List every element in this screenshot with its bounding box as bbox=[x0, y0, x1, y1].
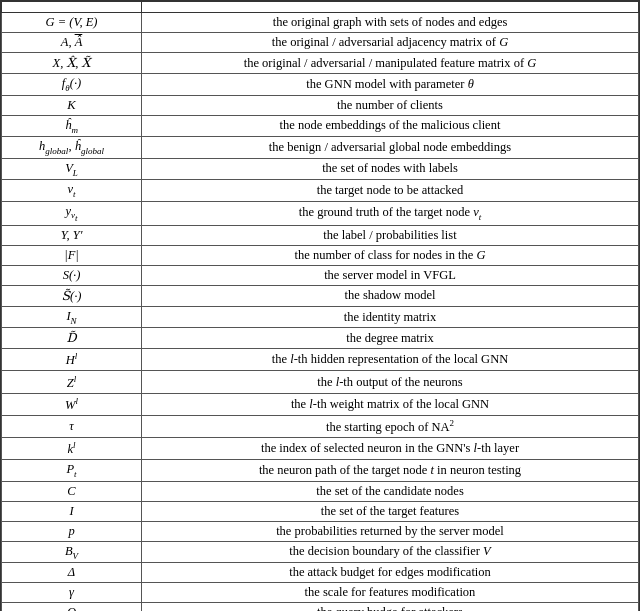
definition-cell: the l-th output of the neurons bbox=[142, 371, 639, 393]
table-row: S̃(·)the shadow model bbox=[2, 285, 639, 306]
symbol-cell: VL bbox=[2, 158, 142, 180]
symbol-cell: ĥm bbox=[2, 115, 142, 137]
definition-cell: the decision boundary of the classifier … bbox=[142, 541, 639, 563]
table-row: fθ(·)the GNN model with parameter θ bbox=[2, 74, 639, 96]
symbol-cell: fθ(·) bbox=[2, 74, 142, 96]
table-row: INthe identity matrix bbox=[2, 306, 639, 328]
definition-cell: the GNN model with parameter θ bbox=[142, 74, 639, 96]
symbol-cell: C bbox=[2, 481, 142, 501]
definition-cell: the scale for features modification bbox=[142, 583, 639, 603]
definition-cell: the target node to be attacked bbox=[142, 180, 639, 202]
definition-cell: the server model in VFGL bbox=[142, 265, 639, 285]
definition-cell: the l-th weight matrix of the local GNN bbox=[142, 393, 639, 415]
table-row: D̃the degree matrix bbox=[2, 328, 639, 349]
definition-cell: the shadow model bbox=[142, 285, 639, 306]
symbol-cell: Wl bbox=[2, 393, 142, 415]
definition-cell: the starting epoch of NA2 bbox=[142, 415, 639, 437]
symbol-cell: Y, Y′ bbox=[2, 225, 142, 245]
table-row: A, Âthe original / adversarial adjacency… bbox=[2, 33, 639, 53]
table-row: |F|the number of class for nodes in the … bbox=[2, 245, 639, 265]
definition-cell: the set of the candidate nodes bbox=[142, 481, 639, 501]
table-row: klthe index of selected neuron in the GN… bbox=[2, 437, 639, 459]
definition-cell: the query budge for attackers bbox=[142, 603, 639, 611]
definition-cell: the identity matrix bbox=[142, 306, 639, 328]
table-row: Zlthe l-th output of the neurons bbox=[2, 371, 639, 393]
table-row: VLthe set of nodes with labels bbox=[2, 158, 639, 180]
definition-cell: the set of nodes with labels bbox=[142, 158, 639, 180]
table-row: pthe probabilities returned by the serve… bbox=[2, 521, 639, 541]
definition-cell: the number of clients bbox=[142, 95, 639, 115]
table-row: Cthe set of the candidate nodes bbox=[2, 481, 639, 501]
definition-cell: the original graph with sets of nodes an… bbox=[142, 13, 639, 33]
symbol-cell: |F| bbox=[2, 245, 142, 265]
symbol-cell: vt bbox=[2, 180, 142, 202]
table-row: γthe scale for features modification bbox=[2, 583, 639, 603]
table-row: τthe starting epoch of NA2 bbox=[2, 415, 639, 437]
definition-cell: the neuron path of the target node t in … bbox=[142, 460, 639, 482]
symbol-cell: S(·) bbox=[2, 265, 142, 285]
symbol-cell: yvt bbox=[2, 201, 142, 225]
table-row: BVthe decision boundary of the classifie… bbox=[2, 541, 639, 563]
symbol-cell: BV bbox=[2, 541, 142, 563]
table-row: hglobal, ĥglobalthe benign / adversarial… bbox=[2, 137, 639, 159]
definition-cell: the original / adversarial adjacency mat… bbox=[142, 33, 639, 53]
symbol-cell: Zl bbox=[2, 371, 142, 393]
definition-cell: the set of the target features bbox=[142, 501, 639, 521]
table-row: Δthe attack budget for edges modificatio… bbox=[2, 563, 639, 583]
symbol-cell: D̃ bbox=[2, 328, 142, 349]
symbol-cell: γ bbox=[2, 583, 142, 603]
definition-cell: the l-th hidden representation of the lo… bbox=[142, 349, 639, 371]
definition-cell: the degree matrix bbox=[142, 328, 639, 349]
definition-cell: the label / probabilities list bbox=[142, 225, 639, 245]
symbol-cell: Pt bbox=[2, 460, 142, 482]
table-row: Wlthe l-th weight matrix of the local GN… bbox=[2, 393, 639, 415]
table-row: Ithe set of the target features bbox=[2, 501, 639, 521]
definition-cell: the attack budget for edges modification bbox=[142, 563, 639, 583]
table-row: ĥmthe node embeddings of the malicious c… bbox=[2, 115, 639, 137]
definition-cell: the number of class for nodes in the G bbox=[142, 245, 639, 265]
table-row: G = (V, E)the original graph with sets o… bbox=[2, 13, 639, 33]
symbol-cell: S̃(·) bbox=[2, 285, 142, 306]
symbol-cell: G = (V, E) bbox=[2, 13, 142, 33]
symbol-cell: τ bbox=[2, 415, 142, 437]
symbol-cell: I bbox=[2, 501, 142, 521]
symbol-cell: IN bbox=[2, 306, 142, 328]
table-row: X, X̂, X̃the original / adversarial / ma… bbox=[2, 53, 639, 74]
symbol-cell: X, X̂, X̃ bbox=[2, 53, 142, 74]
symbol-cell: Q bbox=[2, 603, 142, 611]
symbol-cell: p bbox=[2, 521, 142, 541]
symbol-cell: A, Â bbox=[2, 33, 142, 53]
definition-cell: the node embeddings of the malicious cli… bbox=[142, 115, 639, 137]
main-table: G = (V, E)the original graph with sets o… bbox=[0, 0, 640, 611]
table-row: yvtthe ground truth of the target node v… bbox=[2, 201, 639, 225]
symbol-cell: K bbox=[2, 95, 142, 115]
definition-cell: the probabilities returned by the server… bbox=[142, 521, 639, 541]
symbol-cell: hglobal, ĥglobal bbox=[2, 137, 142, 159]
table-row: Ptthe neuron path of the target node t i… bbox=[2, 460, 639, 482]
table-row: Hlthe l-th hidden representation of the … bbox=[2, 349, 639, 371]
col-symbol-header bbox=[2, 2, 142, 13]
definition-cell: the benign / adversarial global node emb… bbox=[142, 137, 639, 159]
table-row: Y, Y′the label / probabilities list bbox=[2, 225, 639, 245]
table-row: Qthe query budge for attackers bbox=[2, 603, 639, 611]
definition-cell: the ground truth of the target node vt bbox=[142, 201, 639, 225]
symbol-cell: Δ bbox=[2, 563, 142, 583]
col-definition-header bbox=[142, 2, 639, 13]
table-row: Kthe number of clients bbox=[2, 95, 639, 115]
table-row: S(·)the server model in VFGL bbox=[2, 265, 639, 285]
table-row: vtthe target node to be attacked bbox=[2, 180, 639, 202]
symbol-cell: Hl bbox=[2, 349, 142, 371]
symbol-cell: kl bbox=[2, 437, 142, 459]
definition-cell: the original / adversarial / manipulated… bbox=[142, 53, 639, 74]
definition-cell: the index of selected neuron in the GNN'… bbox=[142, 437, 639, 459]
